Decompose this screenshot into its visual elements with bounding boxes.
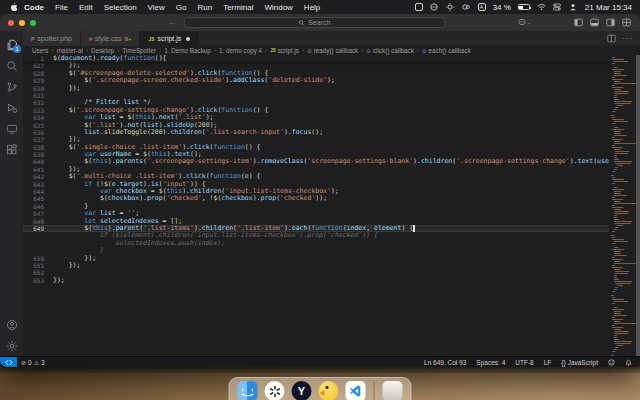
menu-item-selection[interactable]: Selection <box>104 3 137 12</box>
menu-item-go[interactable]: Go <box>176 3 187 12</box>
line-number[interactable]: 635 <box>23 122 53 129</box>
menu-item-file[interactable]: File <box>55 3 68 12</box>
line-number[interactable]: 629 <box>23 77 53 84</box>
breadcrumb-item[interactable]: 1. demo copy 4 <box>219 47 262 54</box>
code-line[interactable]: 643 if (!$(e.target).is('input')) { <box>23 181 640 188</box>
cursor-position[interactable]: Ln 649, Col 93 <box>420 359 470 366</box>
source-control-icon[interactable] <box>0 76 23 97</box>
line-number[interactable]: 631 <box>23 92 53 99</box>
line-number[interactable]: 647 <box>23 210 53 217</box>
camera-icon[interactable] <box>462 3 471 12</box>
account-icon[interactable] <box>0 314 23 335</box>
line-number[interactable]: 628 <box>23 70 53 77</box>
menu-item-window[interactable]: Window <box>264 3 292 12</box>
code-line[interactable]: 627 }); <box>23 62 640 69</box>
chatgpt-dock-icon[interactable] <box>265 381 285 400</box>
line-number[interactable]: 643 <box>23 181 53 188</box>
copilot-menu-icon[interactable]: ⌄ <box>518 18 531 26</box>
line-number[interactable]: 653 <box>23 277 53 284</box>
breadcrumb-item[interactable]: master-al <box>57 47 83 54</box>
code-editor[interactable]: 1$(document).ready(function(){ 627 });62… <box>23 55 640 356</box>
line-number[interactable]: 639 <box>23 151 53 158</box>
code-line[interactable]: 640 $(this).parents('.screenpage-setting… <box>23 158 640 165</box>
code-line[interactable]: 1$(document).ready(function(){ <box>23 55 640 62</box>
line-number[interactable]: 646 <box>23 203 53 210</box>
line-number[interactable]: 648 <box>23 218 53 225</box>
code-line[interactable]: 636 list.slideToggle(200).children('.lis… <box>23 129 640 136</box>
line-number[interactable]: 634 <box>23 114 53 121</box>
line-number[interactable]: 642 <box>23 173 53 180</box>
wifi-icon[interactable] <box>537 3 546 12</box>
menu-item-run[interactable]: Run <box>197 3 212 12</box>
close-window-button[interactable] <box>8 20 14 26</box>
line-number[interactable] <box>23 232 53 239</box>
toggle-panel-icon[interactable] <box>590 18 599 27</box>
code-line[interactable]: 634 var list = $(this).next('.list'); <box>23 114 640 121</box>
line-number[interactable]: 644 <box>23 188 53 195</box>
code-line[interactable]: 628 $('#screenpage-delete-selected').cli… <box>23 70 640 77</box>
gear-icon[interactable] <box>446 3 455 12</box>
command-center-search[interactable]: Search <box>184 17 446 28</box>
code-line[interactable]: 646 } <box>23 203 640 210</box>
code-line[interactable]: 648 let selectedIndexes = []; <box>23 218 640 225</box>
ghost-suggestion-line[interactable]: selectedIndexes.push(index); <box>23 240 640 247</box>
explorer-icon[interactable]: 1 <box>0 34 23 55</box>
user-icon[interactable] <box>569 3 578 12</box>
code-line[interactable]: 633 $('.screenpage-settings-change').cli… <box>23 107 640 114</box>
bell-icon[interactable] <box>621 359 636 366</box>
line-number[interactable]: 641 <box>23 166 53 173</box>
tab-style.css[interactable]: #style.css9+ <box>81 31 140 46</box>
code-line[interactable]: 637 }); <box>23 136 640 143</box>
code-line[interactable]: 653}); <box>23 277 640 284</box>
menu-item-code[interactable]: Code <box>24 3 44 12</box>
encoding[interactable]: UTF-8 <box>511 359 537 366</box>
code-line[interactable]: 649 $(this).parent('.list-items').childr… <box>23 225 640 232</box>
line-number[interactable]: 627 <box>23 62 53 69</box>
maximize-window-button[interactable] <box>30 20 36 26</box>
line-number[interactable]: 630 <box>23 85 53 92</box>
line-number[interactable]: 652 <box>23 269 53 276</box>
settings-gear-icon[interactable] <box>0 335 23 356</box>
line-number[interactable]: 645 <box>23 195 53 202</box>
code-line[interactable]: 629 $('.screenpage-screen.checked-slide'… <box>23 77 640 84</box>
code-line[interactable]: 641 }); <box>23 166 640 173</box>
eol-sequence[interactable]: LF <box>540 359 556 366</box>
finder-dock-icon[interactable] <box>238 381 258 400</box>
line-number[interactable]: 640 <box>23 158 53 165</box>
tab-script.js[interactable]: JSscript.js <box>140 31 199 46</box>
breadcrumb-item[interactable]: Desktop <box>91 47 114 54</box>
code-line[interactable]: 635 $('.list').not(list).slideUp(200); <box>23 122 640 129</box>
line-number[interactable]: 649 <box>23 225 53 232</box>
language-mode[interactable]: {} JavaScript <box>557 359 602 366</box>
code-line[interactable]: 631 <box>23 92 640 99</box>
breadcrumb-item[interactable]: 1. Demo Backup <box>164 47 211 54</box>
breadcrumb-item[interactable]: ⊙each() callback <box>422 47 471 54</box>
remote-explorer-icon[interactable] <box>0 118 23 139</box>
code-line[interactable]: 642 $('.multi-choice .list-item').click(… <box>23 173 640 180</box>
breadcrumb-item[interactable]: ⊙ready() callback <box>307 47 358 54</box>
split-editor-icon[interactable] <box>607 34 616 43</box>
code-line[interactable]: 647 var list = ''; <box>23 210 640 217</box>
tab-spotter.php[interactable]: Pspotter.php <box>23 31 81 46</box>
code-line[interactable]: 630 }); <box>23 85 640 92</box>
menu-item-view[interactable]: View <box>148 3 165 12</box>
y-browser-dock-icon[interactable]: Y <box>292 381 312 400</box>
menu-item-edit[interactable]: Edit <box>79 3 93 12</box>
globe-icon[interactable] <box>430 3 439 12</box>
line-number[interactable]: 650 <box>23 255 53 262</box>
code-line[interactable]: 644 var checkbox = $(this).children('inp… <box>23 188 640 195</box>
ghost-suggestion-line[interactable]: } <box>23 247 640 254</box>
indentation[interactable]: Spaces: 4 <box>472 359 509 366</box>
line-number[interactable]: 651 <box>23 262 53 269</box>
line-number[interactable]: 637 <box>23 136 53 143</box>
minimize-window-button[interactable] <box>19 20 25 26</box>
line-number[interactable] <box>23 247 53 254</box>
toggle-secondary-sidebar-icon[interactable] <box>606 18 615 27</box>
toggle-sidebar-icon[interactable] <box>574 18 583 27</box>
scrollbar[interactable] <box>636 55 640 356</box>
display-icon[interactable] <box>415 3 423 11</box>
extensions-icon[interactable] <box>0 139 23 160</box>
breadcrumb-item[interactable]: JSscript.js <box>270 47 299 54</box>
remote-indicator-icon[interactable] <box>0 357 17 368</box>
trash-dock-icon[interactable] <box>383 381 403 400</box>
